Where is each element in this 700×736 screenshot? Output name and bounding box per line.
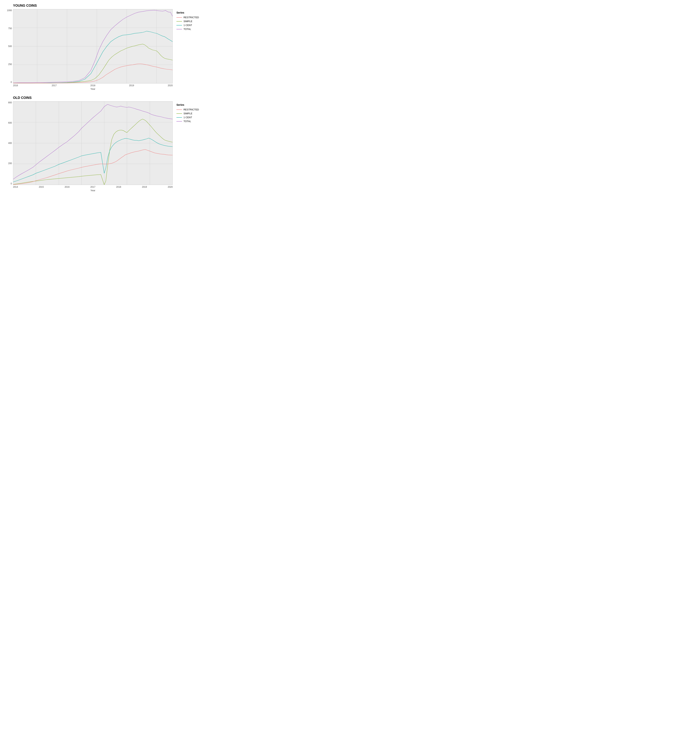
legend-line-simple [176, 21, 182, 22]
old-coins-section: OLD COINS 800 600 400 200 0 [4, 96, 201, 192]
x-label: 2020 [168, 84, 173, 87]
legend-item-total-2: TOTAL [176, 120, 199, 123]
legend-label-simple-2: SIMPLE [184, 112, 193, 115]
young-coins-y-axis: 1000 750 500 250 0 [4, 9, 13, 84]
y-label: 500 [8, 45, 12, 48]
y-label: 1000 [7, 9, 12, 12]
legend-title: Series [176, 11, 199, 14]
legend-label-1cent: 1 CENT [184, 24, 192, 26]
old-coins-y-axis: 800 600 400 200 0 [4, 101, 13, 185]
legend-line-1cent-2 [176, 117, 182, 118]
legend-line-total [176, 29, 182, 29]
legend-label-restricted-2: RESTRICTED [184, 108, 199, 111]
x-label: 2017 [52, 84, 57, 87]
young-coins-area: 1000 750 500 250 0 [4, 9, 173, 84]
old-coins-x-title: Year [90, 189, 95, 192]
legend-line-restricted [176, 17, 182, 18]
young-coins-title: YOUNG COINS [13, 4, 173, 7]
young-coins-x-title: Year [90, 88, 95, 90]
old-coins-x-axis: 2014 2015 2016 2017 2018 2019 2020 Year [13, 185, 173, 192]
old-coins-chart [13, 101, 173, 185]
old-coins-title: OLD COINS [13, 96, 173, 100]
legend-item-1cent-2: 1 CENT [176, 116, 199, 119]
x-label: 2014 [13, 186, 18, 188]
legend-title-2: Series [176, 103, 199, 106]
young-coins-x-axis: 2016 2017 2018 2019 2020 Year [13, 84, 173, 90]
young-coins-chart [13, 9, 173, 84]
legend-item-restricted-2: RESTRICTED [176, 108, 199, 111]
old-coins-wrapper: OLD COINS 800 600 400 200 0 [4, 96, 173, 192]
y-label: 250 [8, 63, 12, 66]
old-coins-legend: Series RESTRICTED SIMPLE 1 CENT TOTAL [175, 101, 201, 125]
y-label: 0 [10, 182, 12, 185]
page-container: YOUNG COINS 1000 750 500 250 0 [4, 4, 201, 192]
y-label: 750 [8, 27, 12, 30]
legend-line-restricted-2 [176, 109, 182, 110]
x-label: 2016 [13, 84, 18, 87]
x-label: 2018 [116, 186, 121, 188]
legend-line-1cent [176, 25, 182, 25]
old-coins-x-labels: 2014 2015 2016 2017 2018 2019 2020 [13, 186, 173, 188]
x-label: 2017 [90, 186, 96, 188]
legend-line-total-2 [176, 121, 182, 122]
legend-label-total: TOTAL [184, 28, 191, 31]
legend-label-restricted: RESTRICTED [184, 16, 199, 19]
young-coins-svg [13, 9, 172, 83]
x-label: 2015 [39, 186, 44, 188]
legend-line-simple-2 [176, 113, 182, 114]
x-label: 2019 [142, 186, 147, 188]
young-coins-legend: Series RESTRICTED SIMPLE 1 CENT TOTAL [175, 9, 201, 32]
y-label: 600 [8, 122, 12, 124]
legend-label-1cent-2: 1 CENT [184, 116, 192, 119]
legend-item-1cent: 1 CENT [176, 24, 199, 26]
legend-item-simple: SIMPLE [176, 20, 199, 23]
young-coins-x-labels: 2016 2017 2018 2019 2020 [13, 84, 173, 87]
y-label: 200 [8, 162, 12, 165]
y-label: 0 [10, 81, 12, 84]
legend-item-simple-2: SIMPLE [176, 112, 199, 115]
legend-label-simple: SIMPLE [184, 20, 193, 23]
y-label: 800 [8, 101, 12, 104]
x-label: 2018 [90, 84, 96, 87]
x-label: 2020 [168, 186, 173, 188]
legend-item-restricted: RESTRICTED [176, 16, 199, 19]
young-coins-section: YOUNG COINS 1000 750 500 250 0 [4, 4, 201, 90]
young-coins-wrapper: YOUNG COINS 1000 750 500 250 0 [4, 4, 173, 90]
x-label: 2019 [129, 84, 134, 87]
legend-label-total-2: TOTAL [184, 120, 191, 123]
old-coins-area: 800 600 400 200 0 [4, 101, 173, 185]
y-label: 400 [8, 142, 12, 144]
old-coins-svg [13, 101, 172, 185]
x-label: 2016 [65, 186, 69, 188]
legend-item-total: TOTAL [176, 28, 199, 31]
